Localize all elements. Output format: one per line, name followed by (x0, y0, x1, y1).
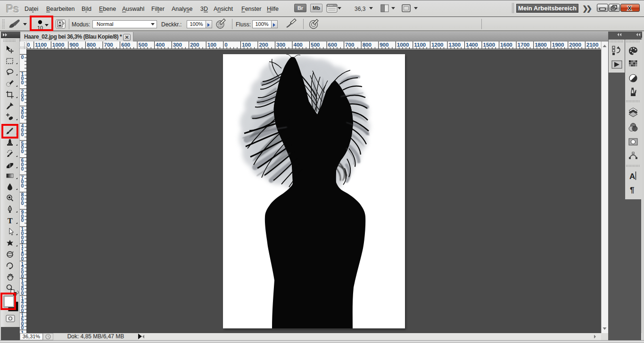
svg-text:800: 800 (363, 42, 372, 48)
svg-text:600: 600 (328, 42, 337, 48)
svg-text:1400: 1400 (466, 42, 478, 48)
svg-text:300: 300 (276, 42, 285, 48)
svg-text:1000: 1000 (397, 42, 409, 48)
svg-text:1500: 1500 (483, 42, 495, 48)
svg-text:0: 0 (21, 200, 24, 206)
svg-text:400: 400 (156, 42, 165, 48)
svg-text:0: 0 (21, 54, 24, 60)
svg-text:400: 400 (294, 42, 303, 48)
svg-text:0: 0 (21, 114, 24, 120)
svg-text:0: 0 (21, 217, 24, 223)
svg-text:1900: 1900 (552, 42, 564, 48)
svg-text:300: 300 (173, 42, 182, 48)
svg-text:1: 1 (21, 330, 24, 333)
svg-text:1300: 1300 (449, 42, 461, 48)
svg-text:1000: 1000 (52, 42, 65, 48)
svg-text:1600: 1600 (500, 42, 512, 48)
svg-text:0: 0 (21, 148, 24, 154)
svg-text:A: A (629, 172, 635, 181)
svg-text:2000: 2000 (569, 42, 581, 48)
svg-text:0: 0 (21, 80, 24, 85)
svg-text:0: 0 (21, 166, 24, 172)
svg-text:0: 0 (21, 131, 24, 137)
svg-text:900: 900 (69, 42, 78, 48)
svg-text:¶: ¶ (630, 186, 634, 195)
svg-text:1100: 1100 (35, 42, 47, 48)
svg-text:T: T (8, 217, 13, 225)
svg-text:X: X (627, 5, 632, 12)
svg-text:900: 900 (380, 42, 388, 48)
svg-text:500: 500 (311, 42, 320, 48)
svg-text:200: 200 (259, 42, 268, 48)
svg-text:100: 100 (242, 42, 251, 48)
svg-text:1100: 1100 (414, 42, 426, 48)
svg-text:2100: 2100 (586, 42, 599, 48)
svg-text:0: 0 (224, 42, 227, 48)
svg-text:200: 200 (190, 42, 199, 48)
svg-text:1700: 1700 (518, 42, 530, 48)
svg-text:0: 0 (21, 97, 24, 102)
svg-text:100: 100 (207, 42, 216, 48)
svg-text:1200: 1200 (431, 42, 444, 48)
svg-text:0: 0 (21, 183, 24, 188)
svg-text:800: 800 (87, 42, 96, 48)
svg-text:700: 700 (345, 42, 354, 48)
svg-text:1800: 1800 (535, 42, 547, 48)
svg-text:600: 600 (121, 42, 130, 48)
svg-text:500: 500 (139, 42, 148, 48)
svg-text:700: 700 (104, 42, 113, 48)
